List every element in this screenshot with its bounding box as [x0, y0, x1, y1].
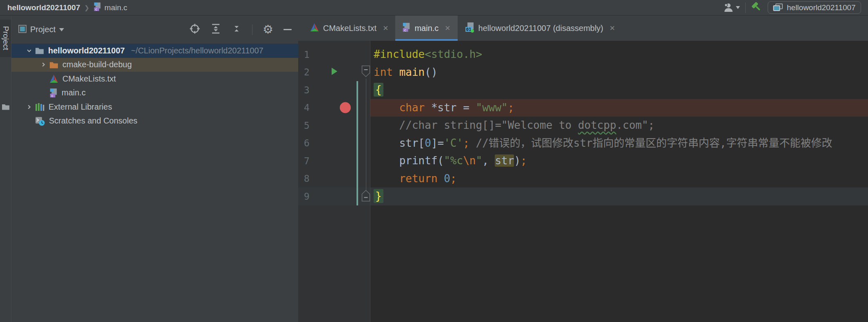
tree-row-main-c[interactable]: c main.c	[11, 86, 298, 100]
tree-label: External Libraries	[49, 102, 112, 112]
cmake-file-icon	[49, 74, 58, 83]
svg-text:01: 01	[466, 27, 472, 32]
breadcrumb-file-label: main.c	[104, 3, 127, 12]
tree-row-external-libraries[interactable]: External Libraries	[11, 100, 298, 114]
code-content[interactable]: #include<stdio.h>int main(){ char *str =…	[370, 41, 868, 322]
breadcrumb-project[interactable]: helloworld20211007	[7, 3, 80, 12]
c-file-icon: c	[49, 88, 58, 98]
main-toolbar: helloworld20211007 ❯ c main.c helloworld…	[0, 0, 868, 15]
line-number: 2	[304, 67, 310, 77]
breadcrumb-separator-icon: ❯	[84, 4, 90, 11]
line-number: 1	[304, 49, 310, 60]
gutter-line-3[interactable]: 3	[298, 81, 370, 99]
close-icon[interactable]: ✕	[445, 24, 450, 33]
tab-label: main.c	[414, 24, 438, 33]
chevron-down-icon	[736, 6, 740, 9]
stripe-project-button[interactable]: Project	[0, 20, 11, 57]
code-line-8[interactable]: return 0;	[370, 170, 868, 188]
svg-text:c: c	[51, 93, 53, 97]
line-number: 7	[304, 156, 310, 166]
code-line-3[interactable]: {	[370, 81, 868, 99]
close-icon[interactable]: ✕	[383, 24, 388, 33]
line-number: 9	[304, 191, 310, 202]
project-panel-header: Project ⚙	[11, 15, 298, 44]
editor-tab-bar: CMakeLists.txt ✕ c main.c ✕ 01 helloworl…	[298, 15, 868, 41]
fold-end-icon[interactable]	[361, 190, 370, 203]
breakpoint-icon[interactable]	[340, 102, 351, 113]
vcs-change-marker[interactable]	[356, 81, 358, 205]
tab-label: helloworld20211007 (disassembly)	[478, 24, 603, 33]
excluded-folder-icon	[49, 61, 58, 68]
editor-gutter[interactable]: 123456789	[298, 41, 370, 322]
gutter-line-5[interactable]: 5	[298, 117, 370, 135]
project-panel-title[interactable]: Project	[30, 25, 55, 34]
code-line-9[interactable]: }	[370, 187, 868, 205]
stripe-folder-button[interactable]	[2, 104, 10, 112]
folder-icon	[35, 47, 44, 54]
tree-row-project-root[interactable]: helloworld20211007 ~/CLionProjects/hello…	[11, 44, 298, 58]
gutter-line-2[interactable]: 2	[298, 64, 370, 82]
code-line-2[interactable]: int main()	[370, 64, 868, 82]
code-line-5[interactable]: //char string[]="Welcome to dotcpp.com";	[370, 117, 868, 135]
line-number: 4	[304, 102, 310, 113]
c-file-icon: c	[93, 2, 101, 13]
gear-icon[interactable]: ⚙	[263, 24, 273, 35]
line-number: 6	[304, 138, 310, 148]
gutter-line-6[interactable]: 6	[298, 135, 370, 152]
tree-row-scratches[interactable]: Scratches and Consoles	[11, 114, 298, 128]
fold-region-line	[366, 79, 366, 190]
expand-all-button[interactable]	[210, 23, 221, 36]
hide-panel-button[interactable]	[283, 29, 292, 30]
build-hammer-button[interactable]	[751, 1, 762, 14]
tab-cmakelists[interactable]: CMakeLists.txt ✕	[303, 15, 395, 41]
user-account-button[interactable]	[723, 2, 740, 13]
tree-project-path: ~/CLionProjects/helloworld20211007	[131, 46, 264, 55]
run-configuration-select[interactable]: helloworld20211007	[768, 1, 861, 14]
breadcrumb: helloworld20211007 ❯ c main.c	[0, 2, 127, 13]
line-number: 5	[304, 120, 310, 131]
fold-start-icon[interactable]	[361, 65, 370, 79]
hammer-icon	[751, 1, 762, 13]
gutter-line-9[interactable]: 9	[298, 187, 370, 205]
chevron-down-icon[interactable]	[26, 48, 32, 54]
tree-label: helloworld20211007	[48, 46, 125, 55]
gutter-line-4[interactable]: 4	[298, 99, 370, 117]
locate-file-button[interactable]	[189, 23, 200, 36]
tree-label: main.c	[62, 88, 86, 97]
c-file-icon: c	[402, 22, 410, 34]
gutter-line-7[interactable]: 7	[298, 152, 370, 170]
chevron-right-icon[interactable]	[26, 104, 32, 110]
breadcrumb-file[interactable]: c main.c	[93, 2, 127, 13]
code-editor[interactable]: 123456789 #include<stdio.h>int main(){ c…	[298, 41, 868, 322]
binary-file-icon: 01	[465, 22, 474, 35]
tree-row-cmake-build-debug[interactable]: cmake-build-debug	[11, 58, 298, 72]
collapse-all-button[interactable]	[231, 23, 242, 36]
code-line-6[interactable]: str[0]='C'; //错误的，试图修改str指向的常量区的字符串内容,字符…	[370, 135, 868, 152]
panel-title-dropdown-icon[interactable]	[59, 28, 64, 31]
close-icon[interactable]: ✕	[609, 24, 615, 33]
run-arrow-icon[interactable]	[331, 67, 338, 77]
tree-label: Scratches and Consoles	[49, 116, 137, 126]
run-configuration-label: helloworld20211007	[787, 3, 856, 12]
cmake-file-icon	[310, 23, 319, 34]
folder-icon	[2, 104, 10, 110]
code-line-7[interactable]: printf("%c\n", str);	[370, 152, 868, 170]
chevron-right-icon[interactable]	[40, 62, 46, 68]
stripe-project-label: Project	[1, 26, 10, 50]
tab-label: CMakeLists.txt	[323, 24, 376, 33]
project-tree: helloworld20211007 ~/CLionProjects/hello…	[11, 44, 298, 128]
tree-label: CMakeLists.txt	[62, 74, 116, 84]
toolbar-divider	[745, 2, 746, 13]
gutter-line-8[interactable]: 8	[298, 170, 370, 188]
tool-window-stripe: Project	[0, 15, 11, 322]
tree-row-cmakelists[interactable]: CMakeLists.txt	[11, 72, 298, 86]
editor-area: CMakeLists.txt ✕ c main.c ✕ 01 helloworl…	[298, 15, 868, 322]
tab-main-c[interactable]: c main.c ✕	[395, 15, 457, 41]
code-line-1[interactable]: #include<stdio.h>	[370, 46, 868, 64]
project-tool-window: Project ⚙ helloworld20211007 ~/CLionProj…	[11, 15, 298, 322]
tab-disassembly[interactable]: 01 helloworld20211007 (disassembly) ✕	[458, 15, 622, 41]
code-line-4[interactable]: char *str = "www";	[370, 99, 868, 117]
gutter-line-1[interactable]: 1	[298, 46, 370, 64]
svg-text:c: c	[404, 28, 406, 32]
scratches-icon	[35, 116, 45, 126]
